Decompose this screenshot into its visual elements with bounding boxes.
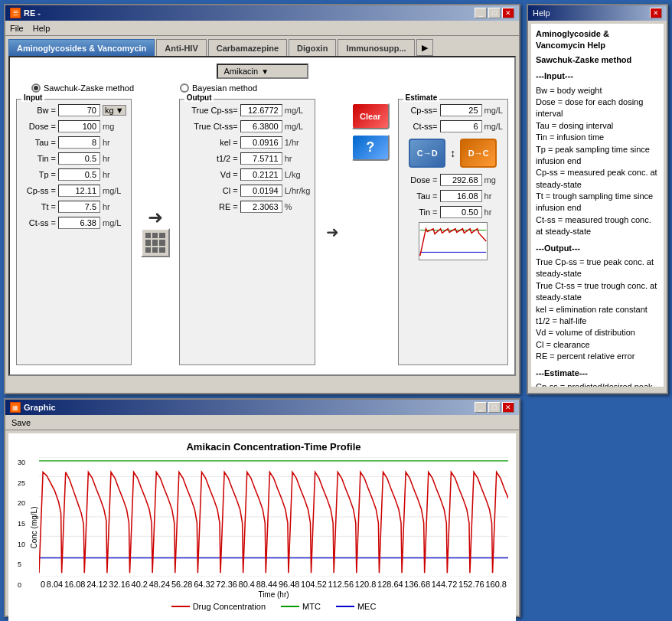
radio-btn-2[interactable] xyxy=(180,83,189,93)
vd-value: 0.2121 xyxy=(240,168,282,181)
help-cl: Cl = clearance xyxy=(536,339,659,351)
title-bar-left: ☰ RE - xyxy=(10,8,41,18)
help-re: RE = percent relative error xyxy=(536,351,659,362)
method1-label: Sawchuk-Zaske method xyxy=(44,83,134,93)
tt-label: Tt = xyxy=(21,202,56,211)
input-bw-row: Bw = kg ▼ xyxy=(21,104,126,116)
help-true-cpss: True Cp-ss = true peak conc. at steady-s… xyxy=(536,257,659,280)
output-kel-row: kel = 0.0916 1/hr xyxy=(184,136,311,149)
help-tp: Tp = peak sampling time since infusion e… xyxy=(536,144,659,168)
menu-file[interactable]: File xyxy=(10,24,24,33)
tp-input[interactable] xyxy=(58,168,100,181)
save-button[interactable]: Save xyxy=(11,418,31,427)
bw-unit-select[interactable]: kg ▼ xyxy=(103,105,126,116)
tab-aminoglycosides[interactable]: Aminoglycosides & Vancomycin xyxy=(8,39,155,56)
graphic-minimize-button[interactable]: _ xyxy=(475,402,487,413)
help-t12: t1/2 = half-life xyxy=(536,315,659,327)
est-tau-unit: hr xyxy=(484,191,492,201)
tin-unit: hr xyxy=(103,154,110,163)
graphic-save-bar: Save xyxy=(5,415,519,430)
menu-help[interactable]: Help xyxy=(33,24,51,33)
help-close-button[interactable]: ✕ xyxy=(650,8,662,18)
tin-input[interactable] xyxy=(58,152,100,165)
minimize-button[interactable]: _ xyxy=(475,8,487,18)
title-bar-buttons: _ □ ✕ xyxy=(475,8,514,18)
bw-input[interactable] xyxy=(58,104,100,116)
output-panel: Output True Cp-ss= 12.6772 mg/L True Ct-… xyxy=(179,99,316,365)
clear-button[interactable]: Clear xyxy=(351,103,390,129)
legend-mec: MEC xyxy=(336,602,376,611)
est-cpss-input[interactable] xyxy=(440,104,482,116)
help-section-output: ---Output--- True Cp-ss = true peak conc… xyxy=(536,243,659,363)
chart-svg xyxy=(39,457,508,577)
input-dose-row: Dose = mg xyxy=(21,120,126,132)
double-arrows: ↕ xyxy=(450,147,455,159)
ctss-input[interactable] xyxy=(58,217,100,229)
true-cpss-label: True Cp-ss= xyxy=(184,106,238,115)
y-tick-2: 20 xyxy=(18,499,25,507)
t12-label: t1/2 = xyxy=(184,154,238,163)
y-tick-4: 10 xyxy=(18,541,25,548)
double-arrow-up-icon: ↕ xyxy=(450,147,455,159)
graphic-maximize-button[interactable]: □ xyxy=(488,402,501,413)
cl-value: 0.0194 xyxy=(240,185,282,197)
x-tick-18: 144.72 xyxy=(432,580,458,589)
graphic-window-title: Graphic xyxy=(24,403,56,412)
method1-radio[interactable]: Sawchuk-Zaske method xyxy=(31,83,134,93)
x-tick-10: 80.4 xyxy=(239,580,255,589)
ctod-button[interactable]: C→D xyxy=(409,139,445,168)
y-tick-1: 25 xyxy=(18,479,25,487)
est-cpss-unit: mg/L xyxy=(484,106,503,115)
calc-cell-8 xyxy=(152,247,158,253)
output-re-row: RE = 2.3063 % xyxy=(184,201,311,213)
x-tick-20: 160.8 xyxy=(485,580,507,589)
arrow-right-icon: ➜ xyxy=(148,207,163,228)
arrow-btns-row: C→D ↕ D→C xyxy=(409,139,497,168)
est-ctss-input[interactable] xyxy=(440,120,482,132)
input-tp-row: Tp = hr xyxy=(21,168,126,181)
radio-btn-1[interactable] xyxy=(31,83,41,93)
vd-unit: L/kg xyxy=(285,170,301,179)
legend-mtc: MTC xyxy=(281,602,321,611)
graph-thumbnail xyxy=(419,222,488,260)
arrow-output-estimate: ➜ xyxy=(321,99,343,365)
tab-digoxin[interactable]: Digoxin xyxy=(289,39,336,56)
x-tick-9: 72.36 xyxy=(216,580,237,589)
bw-label: Bw = xyxy=(21,106,56,115)
help-button[interactable]: ? xyxy=(351,134,390,161)
tab-immunosupp[interactable]: Immunosupp... xyxy=(338,39,414,56)
tab-more-button[interactable]: ▶ xyxy=(416,39,433,56)
estimate-panel-label: Estimate xyxy=(403,93,440,102)
help-cpss: Cp-ss = measured peak conc. at steady-st… xyxy=(536,167,659,191)
tin-label: Tin = xyxy=(21,154,56,163)
dose-input[interactable] xyxy=(58,120,100,132)
output-vd-row: Vd = 0.2121 L/kg xyxy=(184,168,311,181)
dtoc-button[interactable]: D→C xyxy=(460,139,497,168)
method2-radio[interactable]: Bayesian method xyxy=(180,83,257,93)
output-panel-label: Output xyxy=(184,93,214,102)
drug-select-box[interactable]: Amikacin ▼ xyxy=(217,64,308,79)
graphic-close-button[interactable]: ✕ xyxy=(502,402,514,413)
close-button[interactable]: ✕ xyxy=(502,8,514,18)
tt-input[interactable] xyxy=(58,201,100,213)
re-unit: % xyxy=(285,202,292,211)
tab-antihiv[interactable]: Anti-HIV xyxy=(156,39,206,56)
re-value: 2.3063 xyxy=(240,201,282,213)
tau-input[interactable] xyxy=(58,136,100,149)
help-tt: Tt = trough sampling time since infusion… xyxy=(536,191,659,214)
tab-carbamazepine[interactable]: Carbamazepine xyxy=(208,39,287,56)
graphic-window: ▦ Graphic _ □ ✕ Save Amikacin Concentrat… xyxy=(4,398,520,617)
calc-cell-1 xyxy=(145,233,151,238)
help-tau: Tau = dosing interval xyxy=(536,120,659,132)
maximize-button[interactable]: □ xyxy=(488,8,501,18)
cpss-input[interactable] xyxy=(58,185,100,197)
re-label: RE = xyxy=(184,202,238,211)
kel-label: kel = xyxy=(184,138,238,147)
drug-name: Amikacin xyxy=(224,67,259,76)
x-tick-2: 16.08 xyxy=(64,580,86,589)
menu-bar: File Help xyxy=(5,21,519,36)
y-tick-3: 15 xyxy=(18,520,25,528)
legend-drug-label: Drug Concentration xyxy=(193,602,266,611)
arrow-btns-wrapper: C→D ↕ D→C xyxy=(409,139,497,168)
calc-cell-6 xyxy=(159,240,165,245)
